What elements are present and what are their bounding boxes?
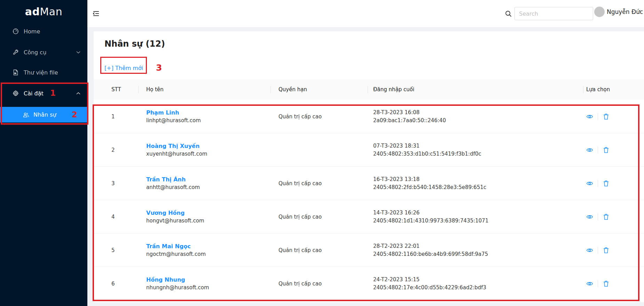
user-name-link[interactable]: Trần Mai Ngọc xyxy=(146,242,191,250)
trash-icon xyxy=(603,214,609,220)
table-header: STT Họ tên Quyền hạn Đăng nhập cuối Lựa … xyxy=(94,79,644,100)
view-button[interactable] xyxy=(586,280,593,287)
action-divider xyxy=(598,280,598,287)
table-row: 5Trần Mai Ngọcngoctm@hurasoft.comQuản tr… xyxy=(94,234,644,267)
row-index: 6 xyxy=(111,267,115,300)
user-email: linhpt@hurasoft.com xyxy=(146,117,201,125)
user-email: hongvt@hurasoft.com xyxy=(146,217,204,225)
user-name-link[interactable]: Vương Hồng xyxy=(146,209,184,217)
trash-icon xyxy=(603,147,609,153)
search-icon[interactable] xyxy=(505,10,512,17)
last-login-date: 14-T3-2023 16:26 xyxy=(373,209,419,217)
delete-button[interactable] xyxy=(603,180,610,187)
table-row: 2Hoàng Thị Xuyếnxuyenht@hurasoft.com07-T… xyxy=(94,133,644,167)
user-name-link[interactable]: Phạm Linh xyxy=(146,109,179,117)
last-login-date: 28-T2-2023 22:01 xyxy=(373,242,419,250)
search-input[interactable] xyxy=(515,7,593,20)
delete-button[interactable] xyxy=(603,213,610,220)
name-cell: Trần Thị Ánhanhtt@hurasoft.com xyxy=(146,167,200,200)
table-row: 6Hồng Nhungnhungnh@hurasoft.comQuản trị … xyxy=(94,267,644,300)
gear-icon xyxy=(13,90,19,96)
file-icon xyxy=(13,69,19,76)
delete-button[interactable] xyxy=(603,247,610,254)
last-login-date: 28-T3-2023 16:08 xyxy=(373,109,419,117)
name-cell: Trần Mai Ngọcngoctm@hurasoft.com xyxy=(146,234,206,267)
last-login-cell: 16-T3-2023 13:182405:4802:2fd:b540:1458:… xyxy=(373,167,486,200)
view-button[interactable] xyxy=(586,147,593,154)
actions-cell xyxy=(586,267,610,300)
row-index: 2 xyxy=(111,133,115,167)
app-logo: adMan xyxy=(0,6,87,18)
row-index: 1 xyxy=(111,100,115,133)
last-login-cell: 07-T3-2023 18:312405:4802:353:d1b0:c51:5… xyxy=(373,133,481,167)
user-email: nhungnh@hurasoft.com xyxy=(146,284,209,292)
last-login-cell: 28-T2-2023 22:012405:4802:1160:be6b:a4b9… xyxy=(373,234,488,267)
avatar[interactable] xyxy=(594,7,605,17)
row-index: 3 xyxy=(111,167,115,200)
action-divider xyxy=(598,247,598,254)
user-name-link[interactable]: Hoàng Thị Xuyến xyxy=(146,142,199,150)
trash-icon xyxy=(603,180,609,187)
column-header-stt: STT xyxy=(111,79,121,100)
eye-icon xyxy=(586,181,593,186)
delete-button[interactable] xyxy=(603,113,610,120)
last-login-ip: 2a09:bac1:7aa0:50::246:40 xyxy=(373,117,446,125)
eye-icon xyxy=(586,281,593,287)
app-window: adMan Home Công cụ xyxy=(0,0,644,306)
column-header-ho-ten: Họ tên xyxy=(146,79,164,100)
last-login-ip: 2405:4802:1160:be6b:a4b9:699f:58df:9a75 xyxy=(373,250,488,258)
user-name-link[interactable]: Trần Thị Ánh xyxy=(146,175,186,183)
column-header-dang-nhap: Đăng nhập cuối xyxy=(373,79,414,100)
trash-icon xyxy=(603,247,609,253)
role-cell: Quản trị cấp cao xyxy=(278,167,322,200)
view-button[interactable] xyxy=(586,180,593,187)
user-name-link[interactable]: Hồng Nhung xyxy=(146,276,185,284)
sidebar-item-cai-dat[interactable]: Cài đặt xyxy=(0,86,87,101)
chevron-up-icon xyxy=(76,92,80,95)
header-divider xyxy=(270,86,271,93)
add-new-button[interactable]: [+] Thêm mới xyxy=(104,65,143,71)
role-cell: Quản trị cấp cao xyxy=(278,100,322,133)
user-name[interactable]: Nguyễn Đức Qu xyxy=(607,8,644,15)
chevron-down-icon xyxy=(76,51,80,54)
dashboard-icon xyxy=(13,28,19,34)
table-row: 1Phạm Linhlinhpt@hurasoft.comQuản trị cấ… xyxy=(94,100,644,133)
view-button[interactable] xyxy=(586,247,593,254)
role-cell: Quản trị cấp cao xyxy=(278,200,322,234)
actions-cell xyxy=(586,234,610,267)
sidebar-item-label: Home xyxy=(24,28,40,35)
actions-cell xyxy=(586,100,610,133)
logo-light-part: Man xyxy=(40,6,62,18)
menu-fold-icon[interactable] xyxy=(92,10,100,17)
delete-button[interactable] xyxy=(603,280,610,287)
actions-cell xyxy=(586,200,610,234)
table-row: 4Vương Hồnghongvt@hurasoft.comQuản trị c… xyxy=(94,200,644,234)
sidebar-item-cong-cu[interactable]: Công cụ xyxy=(0,45,87,60)
team-icon xyxy=(23,112,29,118)
last-login-ip: 2405:4802:353:d1b0:c51:5419:f3b1:df0c xyxy=(373,150,481,158)
name-cell: Hoàng Thị Xuyếnxuyenht@hurasoft.com xyxy=(146,133,207,167)
user-email: anhtt@hurasoft.com xyxy=(146,183,200,191)
sidebar: adMan Home Công cụ xyxy=(0,0,87,306)
delete-button[interactable] xyxy=(603,147,610,154)
name-cell: Phạm Linhlinhpt@hurasoft.com xyxy=(146,100,201,133)
role-cell: Quản trị cấp cao xyxy=(278,234,322,267)
name-cell: Hồng Nhungnhungnh@hurasoft.com xyxy=(146,267,209,300)
view-button[interactable] xyxy=(586,113,593,120)
sidebar-item-home[interactable]: Home xyxy=(0,24,87,39)
logo-bold-part: ad xyxy=(25,6,40,18)
column-header-quyen-han: Quyền hạn xyxy=(278,79,307,100)
view-button[interactable] xyxy=(586,213,593,220)
tool-icon xyxy=(13,49,19,55)
eye-icon xyxy=(586,214,593,220)
table-row: 3Trần Thị Ánhanhtt@hurasoft.comQuản trị … xyxy=(94,167,644,200)
last-login-ip: 2405:4802:2fd:b540:1458:28e3:5e89:651c xyxy=(373,183,486,191)
last-login-cell: 24-T2-2023 15:152405:4802:17e:4c00:d55b:… xyxy=(373,267,486,300)
last-login-cell: 14-T3-2023 16:262405:4802:1d1:4310:9973:… xyxy=(373,200,488,234)
sidebar-item-thu-vien-file[interactable]: Thư viện file xyxy=(0,65,87,80)
eye-icon xyxy=(586,147,593,153)
page-title: Nhân sự (12) xyxy=(104,39,165,49)
sidebar-item-nhan-su[interactable]: Nhân sự xyxy=(0,107,87,123)
table-body: 1Phạm Linhlinhpt@hurasoft.comQuản trị cấ… xyxy=(94,100,644,300)
actions-cell xyxy=(586,167,610,200)
